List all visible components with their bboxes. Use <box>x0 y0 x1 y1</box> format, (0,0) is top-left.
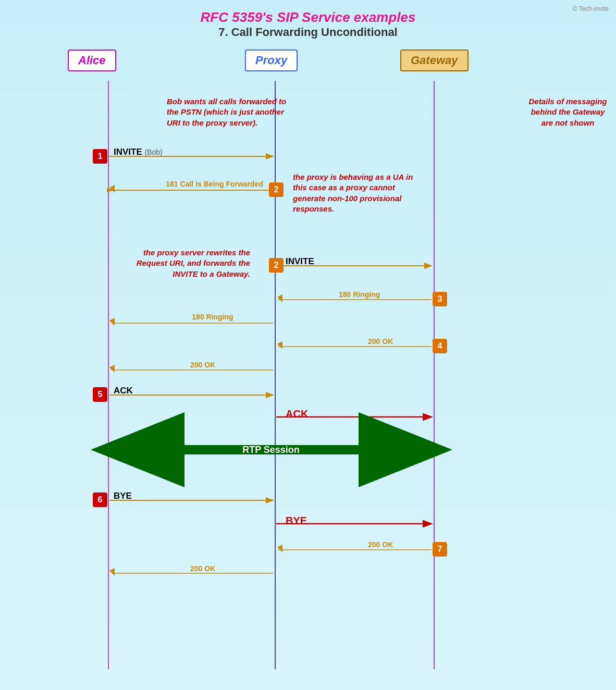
msg-ack-1: ACK <box>114 386 133 396</box>
msg-invite2: INVITE <box>286 256 314 267</box>
title-line2: 7. Call Forwarding Unconditional <box>0 26 616 39</box>
svg-marker-15 <box>109 185 115 193</box>
msg-200ok-final: 200 OK <box>190 564 215 573</box>
svg-marker-19 <box>109 365 115 373</box>
rtp-label: RTP Session <box>188 445 354 455</box>
actor-gateway: Gateway <box>400 50 469 71</box>
msg-ack-2: ACK <box>286 408 308 420</box>
msg-invite-bob: INVITE (Bob) <box>114 147 163 157</box>
svg-marker-18 <box>277 341 282 349</box>
msg-200ok-1: 200 OK <box>368 337 393 346</box>
msg-200ok-2: 200 OK <box>190 361 215 369</box>
msg-200ok-gw: 200 OK <box>368 540 393 549</box>
svg-marker-17 <box>109 318 115 326</box>
proxy-rewrite-note: the proxy server rewrites the Request UR… <box>120 248 250 279</box>
gateway-note: Details of messaging behind the Gateway … <box>525 96 611 128</box>
proxy-ua-note: the proxy is behaving as a UA in this ca… <box>293 172 423 214</box>
badge-6: 6 <box>93 492 107 507</box>
badge-4: 4 <box>433 339 447 353</box>
msg-180-1: 180 Ringing <box>339 290 380 299</box>
msg-bye-2: BYE <box>286 515 307 527</box>
lifeline-proxy <box>275 81 276 669</box>
svg-marker-20 <box>277 545 282 552</box>
copyright-text: © Tech-invite <box>573 5 609 13</box>
bob-note: Bob wants all calls forwarded to the PST… <box>167 96 287 128</box>
badge-2b: 2 <box>269 258 284 273</box>
badge-2a: 2 <box>269 182 284 197</box>
actor-alice: Alice <box>68 50 116 71</box>
msg-bye-1: BYE <box>114 491 132 501</box>
badge-5: 5 <box>93 387 107 402</box>
lifeline-gateway <box>434 81 435 669</box>
lifeline-alice <box>108 81 109 669</box>
svg-marker-21 <box>109 568 115 576</box>
badge-7: 7 <box>433 542 447 557</box>
page-header: RFC 5359's SIP Service examples 7. Call … <box>0 0 616 44</box>
arrows-svg <box>0 0 616 657</box>
title-line1: RFC 5359's SIP Service examples <box>0 9 616 26</box>
badge-1: 1 <box>93 149 107 164</box>
page-container: © Tech-invite RFC 5359's SIP Service exa… <box>0 0 616 690</box>
svg-marker-16 <box>277 294 282 302</box>
msg-181: 181 Call is Being Forwarded <box>141 180 263 188</box>
actor-proxy: Proxy <box>245 50 298 71</box>
badge-3: 3 <box>433 292 447 306</box>
msg-180-2: 180 Ringing <box>161 313 265 321</box>
